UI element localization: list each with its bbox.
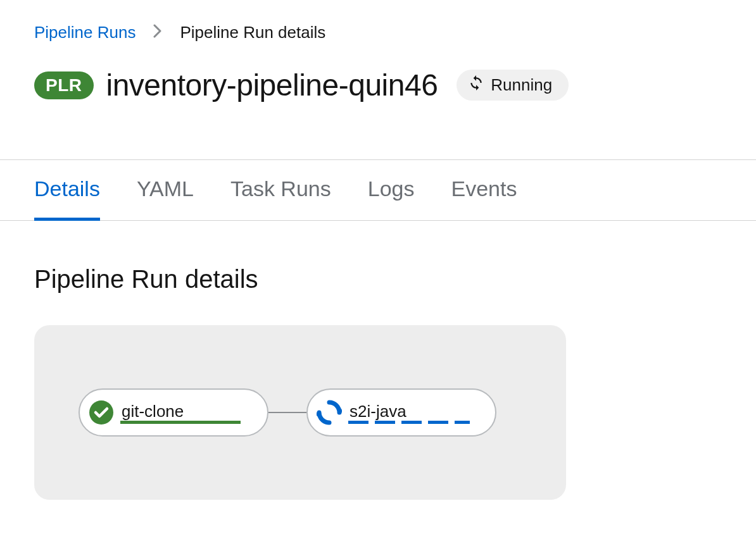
task-progress-complete xyxy=(120,421,241,424)
task-label: s2i-java xyxy=(350,402,406,421)
tab-details[interactable]: Details xyxy=(34,160,100,220)
status-badge: Running xyxy=(457,70,569,101)
tabs: Details YAML Task Runs Logs Events xyxy=(0,159,756,221)
sync-icon xyxy=(468,75,484,96)
title-row: PLR inventory-pipeline-quin46 Running xyxy=(0,42,756,102)
task-node-s2i-java[interactable]: s2i-java xyxy=(306,388,496,437)
spinner-icon xyxy=(317,400,342,425)
status-text: Running xyxy=(491,75,552,95)
resource-type-badge: PLR xyxy=(34,71,94,99)
task-label: git-clone xyxy=(122,402,184,421)
breadcrumb-current: Pipeline Run details xyxy=(180,23,325,42)
chevron-right-icon xyxy=(153,24,162,42)
tab-task-runs[interactable]: Task Runs xyxy=(230,160,331,220)
task-node-git-clone[interactable]: git-clone xyxy=(79,388,268,437)
tab-logs[interactable]: Logs xyxy=(368,160,415,220)
tab-yaml[interactable]: YAML xyxy=(137,160,194,220)
tab-events[interactable]: Events xyxy=(451,160,517,220)
task-progress-running xyxy=(348,421,470,424)
breadcrumb: Pipeline Runs Pipeline Run details xyxy=(0,0,756,42)
section-heading: Pipeline Run details xyxy=(0,221,756,294)
check-circle-icon xyxy=(89,400,114,425)
breadcrumb-parent-link[interactable]: Pipeline Runs xyxy=(34,23,135,42)
pipeline-graph: git-clone s2i-java xyxy=(34,325,566,500)
pipeline-connector xyxy=(268,412,306,413)
page-title: inventory-pipeline-quin46 xyxy=(106,68,438,102)
